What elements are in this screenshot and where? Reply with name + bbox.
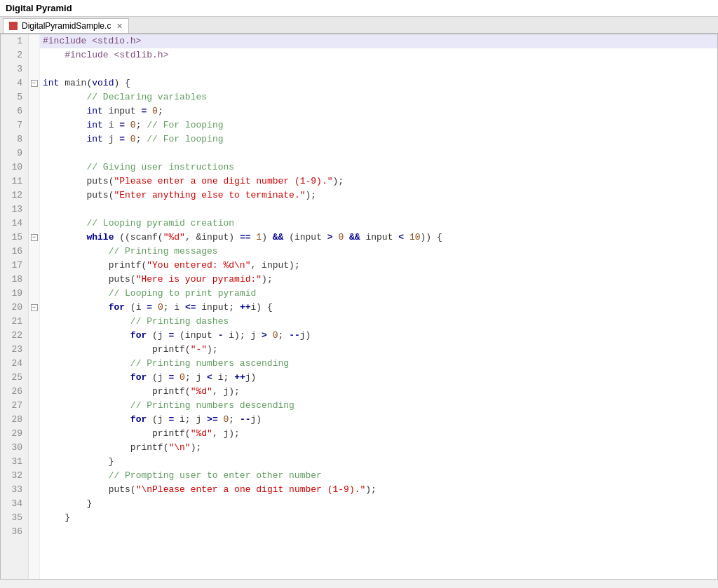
fold-gutter-cell[interactable]: −	[29, 231, 39, 245]
fold-gutter-cell	[29, 90, 39, 104]
code-line[interactable]: printf("%d", j);	[40, 427, 717, 441]
code-line[interactable]	[40, 62, 717, 76]
code-content[interactable]: #include <stdio.h> #include <stdlib.h> i…	[40, 34, 717, 579]
code-line[interactable]: puts("Here is your pyramid:");	[40, 273, 717, 287]
code-line[interactable]: // Looping pyramid creation	[40, 217, 717, 231]
code-line[interactable]: #include <stdio.h>	[40, 34, 717, 48]
fold-gutter: −−−	[29, 34, 40, 579]
code-line[interactable]: // Printing dashes	[40, 315, 717, 329]
code-token	[43, 175, 86, 189]
code-token	[251, 231, 257, 245]
code-token: , j);	[212, 427, 240, 441]
code-line[interactable]: }	[40, 497, 717, 511]
code-token: "%d"	[163, 231, 185, 245]
fold-gutter-cell	[29, 343, 39, 357]
code-token	[43, 413, 130, 427]
fold-marker[interactable]: −	[31, 234, 38, 241]
code-token: puts	[86, 189, 108, 203]
code-line[interactable]	[40, 146, 717, 160]
code-token	[43, 441, 130, 455]
code-line[interactable]: // Declaring variables	[40, 90, 717, 104]
fold-gutter-cell	[29, 287, 39, 301]
fold-gutter-cell[interactable]: −	[29, 301, 39, 315]
line-number: 20	[6, 301, 22, 315]
line-number: 33	[6, 483, 22, 497]
code-line[interactable]: printf("%d", j);	[40, 385, 717, 399]
code-line[interactable]: printf("You entered: %d\n", input);	[40, 259, 717, 273]
code-line[interactable]: for (i = 0; i <= input; ++i) {	[40, 301, 717, 315]
fold-marker[interactable]: −	[31, 304, 38, 311]
tab-close-button[interactable]: ✕	[116, 22, 123, 31]
code-token	[43, 399, 130, 413]
code-token: <	[398, 231, 404, 245]
code-token: for	[130, 329, 147, 343]
code-token	[218, 413, 224, 427]
code-line[interactable]: // Printing numbers ascending	[40, 357, 717, 371]
code-token: input	[103, 104, 142, 118]
code-token: // Declaring variables	[86, 90, 207, 104]
code-token: );	[262, 273, 273, 287]
code-token: #include <stdlib.h>	[43, 48, 168, 62]
fold-marker[interactable]: −	[31, 80, 38, 87]
code-line[interactable]: // Printing numbers descending	[40, 399, 717, 413]
code-token: "-"	[191, 343, 207, 357]
code-token: 0	[338, 231, 344, 245]
code-token: 0	[224, 413, 229, 427]
code-token: main	[65, 76, 86, 90]
code-token: int	[86, 118, 102, 132]
code-token: // Printing messages	[109, 245, 218, 259]
file-tab[interactable]: DigitalPyramidSample.c ✕	[3, 18, 129, 33]
code-token: for	[130, 371, 147, 385]
code-line[interactable]: #include <stdlib.h>	[40, 48, 717, 62]
fold-gutter-cell[interactable]: −	[29, 76, 39, 90]
code-line[interactable]: // Prompting user to enter other number	[40, 469, 717, 483]
code-token	[43, 483, 109, 497]
code-line[interactable]: // Looping to print pyramid	[40, 287, 717, 301]
code-token: 1	[256, 231, 262, 245]
code-token	[43, 231, 86, 245]
line-number-gutter: 1234567891011121314151617181920212223242…	[1, 34, 29, 579]
code-token: i; j	[174, 413, 207, 427]
code-token: puts	[109, 483, 130, 497]
code-token	[43, 160, 86, 175]
code-token: , &input)	[185, 231, 240, 245]
code-line[interactable]: int i = 0; // For looping	[40, 118, 717, 132]
code-token: printf	[109, 259, 142, 273]
code-line[interactable]: int input = 0;	[40, 104, 717, 118]
code-line[interactable]: }	[40, 455, 717, 469]
code-line[interactable]: printf("-");	[40, 343, 717, 357]
code-token: =	[147, 301, 152, 315]
code-line[interactable]: puts("\nPlease enter a one digit number …	[40, 483, 717, 497]
code-token: --	[289, 329, 300, 343]
code-token: ) {	[114, 76, 130, 90]
code-line[interactable]: // Printing messages	[40, 245, 717, 259]
code-line[interactable]: puts("Enter anything else to terminate."…	[40, 189, 717, 203]
code-token: // For looping	[147, 132, 223, 146]
code-line[interactable]: // Giving user instructions	[40, 160, 717, 175]
code-line[interactable]: int main(void) {	[40, 76, 717, 90]
code-line[interactable]: for (j = 0; j < i; ++j)	[40, 371, 717, 385]
code-token	[267, 329, 273, 343]
code-line[interactable]	[40, 203, 717, 217]
code-token: (j	[147, 371, 168, 385]
code-line[interactable]: puts("Please enter a one digit number (1…	[40, 175, 717, 189]
code-token	[333, 231, 339, 245]
code-line[interactable]: for (j = i; j >= 0; --j)	[40, 413, 717, 427]
code-line[interactable]: }	[40, 511, 717, 525]
code-token: (i	[125, 301, 147, 315]
code-line[interactable]: printf("\n");	[40, 441, 717, 455]
fold-gutter-cell	[29, 483, 39, 497]
code-line[interactable]: for (j = (input - i); j > 0; --j)	[40, 329, 717, 343]
code-line[interactable]: while ((scanf("%d", &input) == 1) && (in…	[40, 231, 717, 245]
code-token	[43, 329, 130, 343]
code-token: 0	[180, 371, 185, 385]
line-number: 14	[6, 217, 22, 231]
code-token	[43, 371, 130, 385]
line-number: 34	[6, 497, 22, 511]
code-token: "\nPlease enter a one digit number (1-9)…	[136, 483, 366, 497]
code-token	[43, 287, 109, 301]
fold-gutter-cell	[29, 217, 39, 231]
code-line[interactable]	[40, 525, 717, 539]
code-line[interactable]: int j = 0; // For looping	[40, 132, 717, 146]
code-token: int	[86, 104, 102, 118]
